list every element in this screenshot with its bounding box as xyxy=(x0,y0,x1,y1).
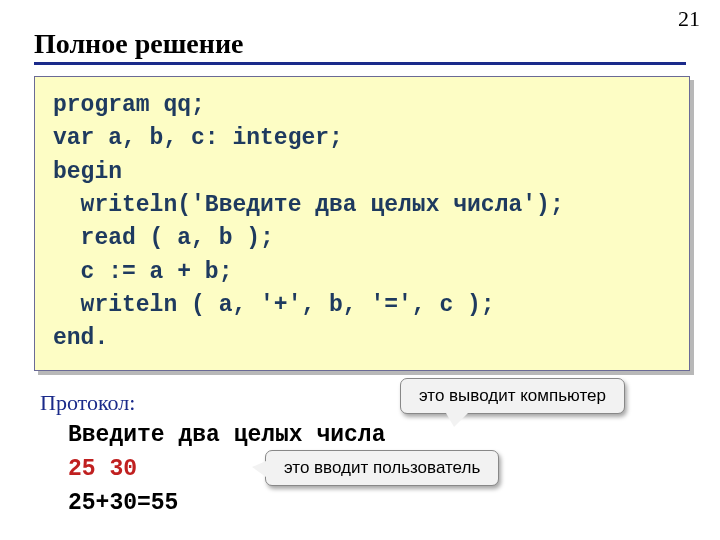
callout-user-text: это вводит пользователь xyxy=(284,458,480,477)
code-block: program qq; var a, b, c: integer; begin … xyxy=(34,76,690,371)
callout-user-input: это вводит пользователь xyxy=(265,450,499,486)
slide-title: Полное решение xyxy=(34,28,243,60)
callout-computer-output: это выводит компьютер xyxy=(400,378,625,414)
callout-computer-text: это выводит компьютер xyxy=(419,386,606,405)
page-number: 21 xyxy=(678,6,700,32)
protocol-output-result: 25+30=55 xyxy=(68,490,178,516)
protocol-output-prompt: Введите два целых числа xyxy=(68,422,385,448)
protocol-user-input: 25 30 xyxy=(68,456,137,482)
protocol-label: Протокол: xyxy=(40,390,135,416)
title-underline xyxy=(34,62,686,65)
